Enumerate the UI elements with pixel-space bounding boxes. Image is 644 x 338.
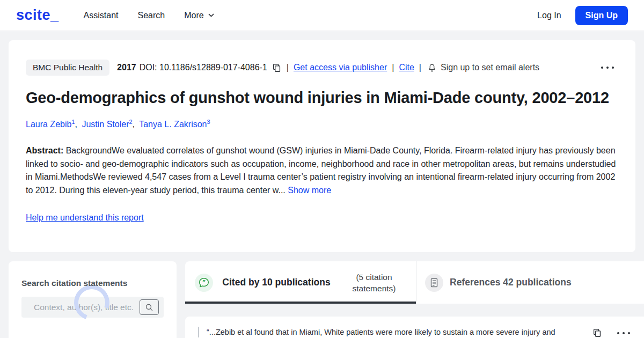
citation-actions [592, 327, 630, 338]
separator: | [419, 63, 421, 72]
help-understand-link[interactable]: Help me understand this report [26, 213, 144, 222]
citation-statement-text: “...Zebib et al found that in Miami, Whi… [198, 327, 555, 337]
citation-search-box [21, 297, 164, 318]
chevron-down-icon [208, 12, 215, 19]
separator: | [392, 63, 394, 72]
nav-item-search[interactable]: Search [137, 11, 165, 20]
doi-text: DOI: 10.1186/s12889-017-4086-1 [140, 63, 267, 72]
email-alerts-link[interactable]: Sign up to set email alerts [441, 63, 539, 72]
author-name: Tanya L. Zakrison [139, 120, 207, 129]
author-link[interactable]: Tanya L. Zakrison3 [139, 120, 210, 129]
authors-row: Laura Zebib1, Justin Stoler2, Tanya L. Z… [26, 119, 618, 129]
tab-references-label: References 42 publications [450, 277, 572, 288]
separator: , [75, 120, 77, 129]
nav-item-assistant[interactable]: Assistant [84, 11, 119, 20]
tab-cited-by-sublabel: (5 citation statements) [340, 271, 408, 294]
nav-item-more[interactable]: More [184, 11, 214, 20]
copy-icon [272, 63, 282, 73]
cite-link[interactable]: Cite [399, 63, 414, 72]
show-more-link[interactable]: Show more [288, 186, 331, 195]
paper-options-button[interactable] [598, 67, 618, 69]
bottom-section: Search citation statements ” Cited [0, 261, 644, 338]
paper-title: Geo-demographics of gunshot wound injuri… [26, 89, 618, 107]
signup-button[interactable]: Sign Up [575, 6, 628, 25]
references-document-icon [425, 274, 443, 292]
citations-column: ” Cited by 10 publications (5 citation s… [185, 261, 644, 338]
author-affiliation-sup: 3 [207, 119, 210, 125]
abstract: Abstract: BackgroundWe evaluated correla… [26, 144, 618, 197]
citation-options-button[interactable] [614, 332, 630, 334]
separator: , [133, 120, 135, 129]
abstract-label: Abstract: [26, 146, 63, 155]
author-affiliation-sup: 1 [71, 119, 75, 125]
journal-badge[interactable]: BMC Public Health [26, 60, 109, 76]
paper-card: BMC Public Health 2017 DOI: 10.1186/s128… [9, 40, 635, 252]
author-affiliation-sup: 2 [129, 119, 132, 125]
publisher-access-link[interactable]: Get access via publisher [294, 63, 387, 72]
main-nav: Assistant Search More [84, 11, 215, 20]
tab-cited-by[interactable]: ” Cited by 10 publications (5 citation s… [185, 261, 416, 304]
svg-text:”: ” [202, 279, 206, 285]
copy-citation-button[interactable] [592, 328, 602, 338]
nav-item-more-label: More [184, 11, 203, 20]
search-submit-button[interactable] [140, 299, 159, 315]
publication-year: 2017 [117, 63, 136, 72]
author-link[interactable]: Laura Zebib1 [26, 120, 75, 129]
citation-quote-icon: ” [195, 274, 213, 292]
search-icon [145, 303, 153, 312]
navbar: scite_ Assistant Search More Log In Sign… [0, 0, 644, 31]
paper-meta-row: BMC Public Health 2017 DOI: 10.1186/s128… [26, 60, 618, 76]
tabs-row: ” Cited by 10 publications (5 citation s… [185, 261, 644, 304]
login-link[interactable]: Log In [537, 11, 561, 20]
author-link[interactable]: Justin Stoler2 [82, 120, 132, 129]
separator: | [287, 63, 289, 72]
copy-doi-button[interactable] [272, 63, 282, 73]
author-name: Justin Stoler [82, 120, 129, 129]
citation-search-panel: Search citation statements [9, 261, 177, 338]
tab-cited-by-label: Cited by 10 publications [213, 276, 340, 289]
scite-logo[interactable]: scite_ [16, 7, 59, 24]
copy-icon [592, 328, 602, 338]
tab-references[interactable]: References 42 publications [416, 261, 644, 304]
bell-icon [427, 63, 437, 73]
search-citations-heading: Search citation statements [21, 278, 164, 288]
author-name: Laura Zebib [26, 120, 71, 129]
citation-statement-card: “...Zebib et al found that in Miami, Whi… [185, 317, 644, 338]
